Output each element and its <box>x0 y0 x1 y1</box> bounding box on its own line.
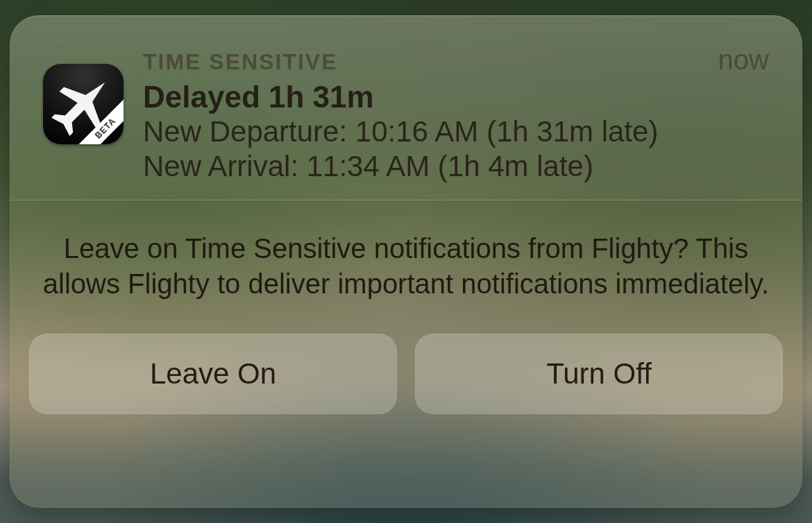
leave-on-button[interactable]: Leave On <box>29 334 397 414</box>
notification-text: TIME SENSITIVE now Delayed 1h 31m New De… <box>143 44 769 183</box>
notification-timestamp: now <box>718 44 769 76</box>
notification-card: BETA TIME SENSITIVE now Delayed 1h 31m N… <box>10 15 802 508</box>
notification-title: Delayed 1h 31m <box>143 80 769 114</box>
time-sensitive-badge: TIME SENSITIVE <box>143 49 337 75</box>
app-icon: BETA <box>43 64 124 144</box>
prompt-button-row: Leave On Turn Off <box>29 334 783 414</box>
turn-off-button[interactable]: Turn Off <box>415 334 783 414</box>
notification-header: BETA TIME SENSITIVE now Delayed 1h 31m N… <box>10 15 802 200</box>
notification-prompt: Leave on Time Sensitive notifications fr… <box>10 200 802 508</box>
notification-body-line: New Departure: 10:16 AM (1h 31m late) <box>143 114 769 149</box>
notification-body-line: New Arrival: 11:34 AM (1h 4m late) <box>143 149 769 184</box>
prompt-text: Leave on Time Sensitive notifications fr… <box>29 231 783 302</box>
